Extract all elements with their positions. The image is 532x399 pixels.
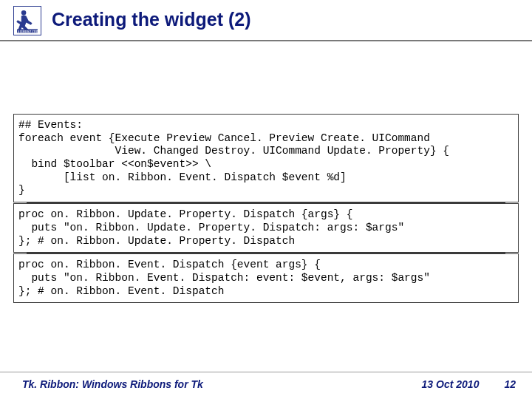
slide-header: ΔHM OKP ITOΣ Creating the widget (2) xyxy=(0,0,532,35)
slide-title: Creating the widget (2) xyxy=(52,6,250,30)
footer-divider xyxy=(0,372,532,372)
slide: ΔHM OKP ITOΣ Creating the widget (2) ## … xyxy=(0,0,532,399)
code-block-events: ## Events: foreach event {Execute Previe… xyxy=(13,114,519,202)
footer-date: 13 Oct 2010 xyxy=(422,378,480,390)
slide-footer: Tk. Ribbon: Windows Ribbons for Tk 13 Oc… xyxy=(0,378,532,390)
logo-icon: ΔHM OKP ITOΣ xyxy=(13,6,41,35)
slide-content: ## Events: foreach event {Execute Previe… xyxy=(0,41,532,303)
svg-text:Σ: Σ xyxy=(37,30,38,33)
svg-text:P: P xyxy=(30,30,31,33)
code-block-update-dispatch: proc on. Ribbon. Update. Property. Dispa… xyxy=(13,203,519,253)
svg-text:Δ: Δ xyxy=(18,30,19,33)
code-block-event-dispatch: proc on. Ribbon. Event. Dispatch {event … xyxy=(13,253,519,303)
footer-page-number: 12 xyxy=(504,378,516,390)
svg-point-1 xyxy=(21,10,27,16)
footer-left: Tk. Ribbon: Windows Ribbons for Tk xyxy=(22,378,203,390)
